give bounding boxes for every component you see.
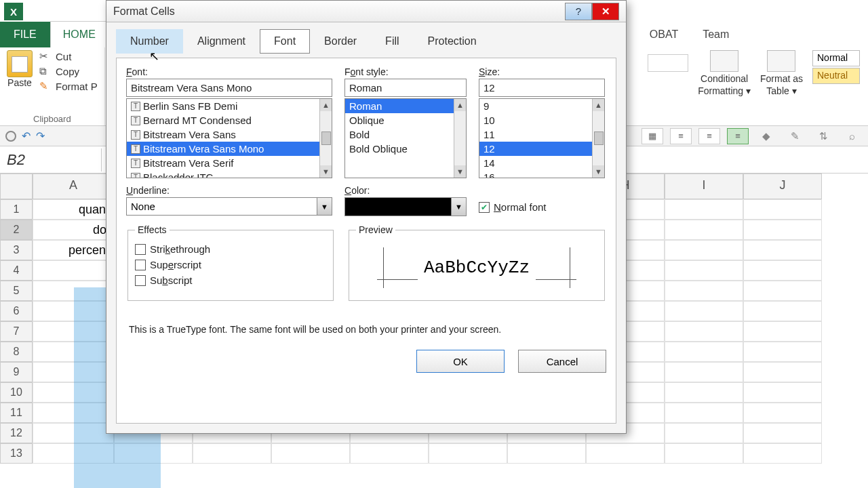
tab-alignment[interactable]: Alignment <box>183 29 260 54</box>
list-item[interactable]: 9 <box>479 99 592 113</box>
align-grid-icon[interactable]: ▦ <box>642 128 663 144</box>
cell[interactable] <box>743 342 822 362</box>
list-item[interactable]: 11 <box>479 127 592 142</box>
list-item[interactable]: 10 <box>479 113 592 127</box>
row-header[interactable]: 7 <box>0 321 33 342</box>
tab-number[interactable]: Number <box>116 29 183 54</box>
cell[interactable] <box>665 403 743 423</box>
format-painter-button[interactable]: Format P <box>39 80 98 92</box>
cell[interactable] <box>665 281 743 301</box>
font-style-input[interactable] <box>344 79 467 97</box>
cell[interactable] <box>665 342 743 362</box>
font-name-combo-partial[interactable] <box>648 54 688 72</box>
cell[interactable] <box>743 240 822 260</box>
scroll-up-icon[interactable]: ▲ <box>593 99 604 111</box>
font-listbox[interactable]: Berlin Sans FB DemiBernard MT CondensedB… <box>126 98 332 178</box>
cell[interactable] <box>33 321 114 342</box>
cell[interactable] <box>33 281 114 301</box>
align-left-button[interactable]: ≡ <box>670 128 692 144</box>
tab-file[interactable]: FILE <box>0 22 50 47</box>
cell[interactable] <box>586 443 665 464</box>
list-item[interactable]: 14 <box>479 156 592 170</box>
list-item[interactable]: Bold <box>345 127 454 142</box>
tab-home[interactable]: HOME <box>50 21 108 47</box>
cell[interactable] <box>665 199 743 220</box>
cell[interactable] <box>743 403 822 423</box>
cell[interactable] <box>665 240 743 260</box>
list-item[interactable]: Bitstream Vera Sans Mono <box>127 142 319 156</box>
cell[interactable] <box>33 342 114 362</box>
cell[interactable] <box>271 443 350 464</box>
row-header[interactable]: 1 <box>0 199 33 220</box>
cell[interactable] <box>743 199 822 220</box>
fill-color-icon[interactable]: ◆ <box>755 128 777 144</box>
cell[interactable] <box>33 260 114 281</box>
list-item[interactable]: Blackadder ITC <box>127 170 319 178</box>
font-input[interactable] <box>126 79 332 97</box>
cell[interactable] <box>743 260 822 281</box>
ok-button[interactable]: OK <box>416 350 505 373</box>
row-header[interactable]: 2 <box>0 220 33 240</box>
name-box[interactable]: B2 <box>0 148 102 171</box>
strikethrough-checkbox[interactable]: Strikethrough <box>135 243 326 255</box>
list-item[interactable]: Bernard MT Condensed <box>127 113 319 127</box>
style-neutral[interactable]: Neutral <box>812 68 860 84</box>
dialog-titlebar[interactable]: Format Cells ? ✕ <box>106 1 626 22</box>
cell[interactable] <box>665 321 743 342</box>
cell-styles-gallery[interactable]: Normal Neutral <box>812 50 860 84</box>
col-header-i[interactable]: I <box>665 174 743 199</box>
format-as-table-button[interactable]: Format as Table ▾ <box>760 50 803 96</box>
scroll-up-icon[interactable]: ▲ <box>454 99 466 111</box>
row-header[interactable]: 8 <box>0 342 33 362</box>
row-header[interactable]: 11 <box>0 403 33 423</box>
cell[interactable] <box>665 423 743 443</box>
size-scrollbar[interactable]: ▲ ▼ <box>592 99 604 178</box>
cell[interactable] <box>743 382 822 403</box>
cell[interactable] <box>665 260 743 281</box>
scroll-thumb[interactable] <box>321 131 331 145</box>
paste-button[interactable]: Paste <box>7 50 33 92</box>
tab-font[interactable]: Font <box>260 29 310 54</box>
cell[interactable] <box>33 403 114 423</box>
color-combo[interactable]: ▼ <box>344 197 467 216</box>
superscript-checkbox[interactable]: Superscript <box>135 259 326 270</box>
row-header[interactable]: 9 <box>0 362 33 382</box>
redo-button[interactable] <box>36 129 45 142</box>
cell[interactable] <box>33 362 114 382</box>
tab-border[interactable]: Border <box>310 29 371 54</box>
clear-icon[interactable]: ✎ <box>784 128 806 144</box>
size-listbox[interactable]: 91011121416 ▲ ▼ <box>479 98 605 178</box>
list-item[interactable]: 16 <box>479 170 592 178</box>
cell[interactable] <box>665 362 743 382</box>
cell[interactable] <box>743 301 822 321</box>
cell[interactable] <box>665 301 743 321</box>
scroll-down-icon[interactable]: ▼ <box>320 165 332 178</box>
style-scrollbar[interactable]: ▲ ▼ <box>454 99 466 178</box>
scroll-down-icon[interactable]: ▼ <box>454 165 466 178</box>
list-item[interactable]: 12 <box>479 142 592 156</box>
col-header-a[interactable]: A <box>33 174 114 199</box>
row-header[interactable]: 5 <box>0 281 33 301</box>
cell[interactable] <box>743 321 822 342</box>
cell[interactable] <box>507 443 586 464</box>
row-header[interactable]: 6 <box>0 301 33 321</box>
scroll-thumb[interactable] <box>594 131 604 145</box>
sort-icon[interactable]: ⇅ <box>812 128 834 144</box>
tab-acrobat[interactable]: OBAT <box>637 22 690 47</box>
record-macro-icon[interactable] <box>5 131 16 142</box>
cell[interactable] <box>350 443 429 464</box>
chevron-down-icon[interactable]: ▼ <box>317 197 332 216</box>
select-all-corner[interactable] <box>0 174 33 199</box>
conditional-formatting-button[interactable]: Conditional Formatting ▾ <box>698 50 751 96</box>
tab-protection[interactable]: Protection <box>414 29 491 54</box>
cell[interactable] <box>114 443 193 464</box>
cell[interactable] <box>33 423 114 443</box>
align-center-button[interactable]: ≡ <box>698 128 720 144</box>
normal-font-checkbox[interactable]: Normal font <box>479 201 606 213</box>
list-item[interactable]: Bitstream Vera Serif <box>127 156 319 170</box>
list-item[interactable]: Berlin Sans FB Demi <box>127 99 319 113</box>
row-header[interactable]: 4 <box>0 260 33 281</box>
cell[interactable] <box>665 220 743 240</box>
list-item[interactable]: Bitstream Vera Sans <box>127 127 319 142</box>
cell[interactable] <box>33 301 114 321</box>
